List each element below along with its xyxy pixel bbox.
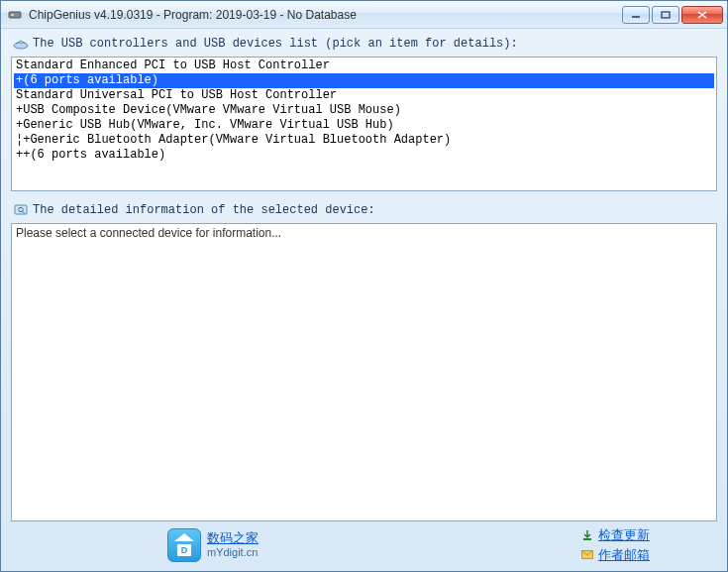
check-update-row[interactable]: 检查更新: [580, 526, 650, 544]
device-row[interactable]: ¦+Generic Bluetooth Adapter(VMware Virtu…: [14, 133, 714, 148]
detail-body-text: Please select a connected device for inf…: [16, 226, 281, 240]
site-link-block[interactable]: D 数码之家 mYdigit.cn: [167, 528, 259, 562]
device-row[interactable]: ++(6 ports available): [14, 148, 714, 163]
device-list[interactable]: Standard Enhanced PCI to USB Host Contro…: [11, 57, 717, 191]
device-row[interactable]: +(6 ports available): [14, 73, 714, 88]
svg-rect-10: [583, 538, 591, 540]
site-link-url: mYdigit.cn: [207, 545, 259, 559]
maximize-button[interactable]: [652, 6, 679, 24]
titlebar[interactable]: ChipGenius v4.19.0319 - Program: 2019-03…: [1, 1, 727, 29]
device-list-header: The USB controllers and USB devices list…: [11, 35, 717, 53]
app-window: ChipGenius v4.19.0319 - Program: 2019-03…: [0, 0, 728, 572]
client-area: The USB controllers and USB devices list…: [1, 29, 727, 571]
device-row[interactable]: +USB Composite Device(VMware VMware Virt…: [14, 103, 714, 118]
detail-icon: [13, 202, 29, 218]
footer: D 数码之家 mYdigit.cn 检查更新: [11, 525, 717, 567]
app-icon: [7, 7, 23, 23]
window-controls: [622, 6, 723, 24]
close-button[interactable]: [681, 6, 723, 24]
detail-panel[interactable]: Please select a connected device for inf…: [11, 223, 717, 521]
svg-rect-7: [15, 205, 27, 214]
device-list-header-text: The USB controllers and USB devices list…: [33, 37, 518, 51]
detail-header: The detailed information of the selected…: [11, 201, 717, 219]
device-row[interactable]: +Generic USB Hub(VMware, Inc. VMware Vir…: [14, 118, 714, 133]
window-title: ChipGenius v4.19.0319 - Program: 2019-03…: [29, 8, 616, 22]
check-update-link[interactable]: 检查更新: [598, 526, 650, 544]
usb-list-icon: [13, 36, 29, 52]
site-home-icon: D: [167, 528, 201, 562]
update-icon: [580, 528, 594, 542]
detail-header-text: The detailed information of the selected…: [33, 203, 375, 217]
site-link-cn[interactable]: 数码之家: [207, 531, 259, 545]
minimize-button[interactable]: [622, 6, 650, 24]
svg-rect-1: [11, 14, 14, 16]
mail-icon: [580, 548, 594, 562]
device-row[interactable]: Standard Universal PCI to USB Host Contr…: [14, 88, 714, 103]
device-row[interactable]: Standard Enhanced PCI to USB Host Contro…: [14, 58, 714, 73]
footer-right-links: 检查更新 作者邮箱: [580, 526, 650, 564]
author-mail-link[interactable]: 作者邮箱: [598, 546, 650, 564]
svg-rect-3: [662, 12, 670, 18]
svg-rect-0: [9, 12, 21, 18]
author-mail-row[interactable]: 作者邮箱: [580, 546, 650, 564]
